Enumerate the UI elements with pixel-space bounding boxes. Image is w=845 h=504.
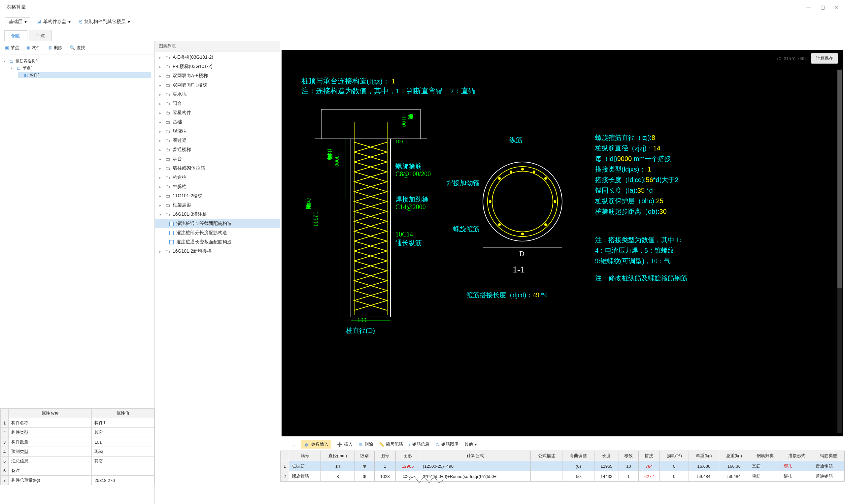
table-row[interactable]: 2螺旋箍筋8Φ1023124503*Pi*(550+d)+Round(sqrt(…: [281, 471, 845, 482]
tab-rebar[interactable]: 钢筋: [4, 30, 28, 41]
save-single-button[interactable]: 🖫 单构件存盘 ▾: [34, 18, 73, 26]
atlas-item[interactable]: ▸🗀11G101-2楼梯: [155, 191, 280, 200]
col-header[interactable]: 搭接: [638, 451, 659, 461]
delete-button[interactable]: 🗑删除: [48, 45, 63, 51]
minimize-icon[interactable]: —: [806, 4, 811, 10]
component-tree[interactable]: ▾🗀钢筋表格构件 ▾🗀节点1 ◧构件1: [0, 54, 155, 408]
atlas-item[interactable]: ▸🗀双网双向A-E楼梯: [155, 71, 280, 80]
collapse-icon[interactable]: ▾: [11, 66, 15, 70]
level-dropdown[interactable]: 基础层 ▾: [5, 17, 30, 26]
atlas-item[interactable]: ▸🗀16G101-2新增楼梯: [155, 247, 280, 256]
expand-icon[interactable]: ▸: [159, 130, 163, 133]
copy-to-other-button[interactable]: ⎘ 复制构件到其它楼层 ▾: [76, 18, 133, 26]
tree-root[interactable]: 钢筋表格构件: [16, 58, 39, 64]
atlas-item-expanded[interactable]: ▾🗀16G101-3灌注桩: [155, 210, 280, 219]
expand-icon[interactable]: ▸: [159, 84, 163, 87]
atlas-tree[interactable]: ▸🗀A-E楼梯(03G101-2)▸🗀F-L楼梯(03G101-2)▸🗀双网双向…: [155, 52, 280, 504]
expand-icon[interactable]: ▸: [159, 102, 163, 106]
expand-icon[interactable]: ▸: [159, 139, 163, 143]
atlas-item[interactable]: ▸🗀F-L楼梯(03G101-2): [155, 62, 280, 71]
canvas-scrollbar[interactable]: [838, 70, 842, 433]
expand-icon[interactable]: ▸: [159, 111, 163, 115]
rebar-table[interactable]: 筋号直径(mm)级别图号图形计算公式公式描述弯曲调整长度根数搭接损耗(%)单重(…: [280, 451, 845, 504]
atlas-item[interactable]: ▸🗀集水坑: [155, 90, 280, 99]
expand-icon[interactable]: ▸: [159, 250, 163, 253]
scale-button[interactable]: 📏缩尺配筋: [379, 441, 403, 447]
atlas-item[interactable]: ▸🗀零星构件: [155, 108, 280, 118]
expand-icon[interactable]: ▸: [159, 194, 163, 198]
other-button[interactable]: 其他 ▾: [464, 441, 477, 447]
expand-icon[interactable]: ▸: [159, 185, 163, 189]
delete-row-button[interactable]: 🗑删除: [358, 441, 373, 447]
col-header[interactable]: 级别: [354, 451, 374, 461]
tree-item[interactable]: 构件1: [30, 72, 40, 78]
atlas-subitem[interactable]: 灌注桩部分长度配筋构造: [155, 228, 280, 237]
col-header[interactable]: 公式描述: [531, 451, 562, 461]
expand-icon[interactable]: ▸: [159, 74, 163, 78]
col-header[interactable]: 根数: [619, 451, 638, 461]
atlas-item[interactable]: ▸🗀现浇柱: [155, 127, 280, 136]
library-button[interactable]: 🗂钢筋图库: [435, 441, 458, 447]
atlas-subitem[interactable]: 灌注桩通长等截面配筋构造: [155, 219, 280, 228]
atlas-item[interactable]: ▸🗀双网双向F-L楼梯: [155, 80, 280, 90]
maximize-icon[interactable]: ▢: [821, 4, 825, 10]
atlas-item[interactable]: ▸🗀牛腿柱: [155, 182, 280, 191]
node-button[interactable]: ▣节点: [5, 45, 19, 51]
atlas-item[interactable]: ▸🗀阳台: [155, 99, 280, 108]
expand-icon[interactable]: ▸: [159, 93, 163, 96]
insert-button[interactable]: ➕插入: [337, 441, 353, 447]
tab-civil[interactable]: 土建: [29, 30, 52, 41]
property-grid[interactable]: 属性名称属性值 1构件名称构件1 2构件类型其它 3构件数量101 4预制类型现…: [0, 408, 155, 504]
left-toolbar: ▣节点 ▣构件 🗑删除 🔍查找: [0, 41, 155, 54]
collapse-icon[interactable]: ▾: [159, 213, 163, 216]
col-header[interactable]: 钢筋归类: [749, 451, 781, 461]
close-icon[interactable]: ✕: [834, 4, 839, 10]
col-header[interactable]: 图号: [374, 451, 395, 461]
col-header[interactable]: 筋号: [289, 451, 321, 461]
col-header[interactable]: 单重(kg): [689, 451, 719, 461]
atlas-item[interactable]: ▸🗀普通楼梯: [155, 145, 280, 155]
folder-icon: 🗀: [165, 120, 170, 125]
col-header[interactable]: 损耗(%): [660, 451, 689, 461]
col-header[interactable]: 总重(kg): [719, 451, 749, 461]
col-header[interactable]: 搭接形式: [781, 451, 813, 461]
folder-icon: 🗀: [165, 83, 170, 88]
atlas-item[interactable]: ▸🗀构造柱: [155, 173, 280, 182]
col-header[interactable]: 直径(mm): [321, 451, 354, 461]
col-header[interactable]: 长度: [594, 451, 619, 461]
param-input-button[interactable]: a|e参数输入: [301, 440, 331, 449]
table-row[interactable]: 1桩纵筋14Φ112965(12500-25)+490(0)1296510784…: [281, 461, 845, 471]
tree-node[interactable]: 节点1: [23, 65, 33, 71]
col-header[interactable]: 弯曲调整: [562, 451, 594, 461]
atlas-item[interactable]: ▸🗀墙柱或砌体拉筋: [155, 164, 280, 173]
expand-icon[interactable]: ▸: [159, 176, 163, 179]
expand-icon[interactable]: ▸: [159, 65, 163, 69]
calc-save-button[interactable]: 计算保存: [811, 53, 838, 64]
atlas-item[interactable]: ▸🗀A-E楼梯(03G101-2): [155, 53, 280, 62]
folder-icon: 🗀: [10, 59, 14, 64]
atlas-item[interactable]: ▸🗀承台: [155, 155, 280, 164]
component-button[interactable]: ▣构件: [27, 45, 40, 51]
col-header[interactable]: 图形: [395, 451, 420, 461]
expand-icon[interactable]: ▸: [159, 157, 163, 161]
arrow-down-button[interactable]: ↓: [293, 442, 295, 447]
arrow-up-button[interactable]: ↑: [285, 442, 287, 447]
atlas-item[interactable]: ▸🗀基础: [155, 118, 280, 127]
atlas-item[interactable]: ▸🗀圈过梁: [155, 136, 280, 145]
arrow-down-icon: ↓: [293, 442, 295, 447]
col-header[interactable]: 钢筋类型: [813, 451, 844, 461]
expand-icon[interactable]: ▸: [159, 166, 163, 170]
atlas-subitem[interactable]: 灌注桩通长变截面配筋构造: [155, 237, 280, 247]
svg-point-19: [533, 170, 535, 173]
svg-point-18: [498, 177, 501, 180]
expand-icon[interactable]: ▸: [159, 120, 163, 124]
info-button[interactable]: ℹ钢筋信息: [409, 441, 429, 447]
expand-icon[interactable]: ▸: [159, 203, 163, 207]
atlas-item[interactable]: ▸🗀框架扁梁: [155, 200, 280, 210]
find-button[interactable]: 🔍查找: [70, 45, 85, 51]
drawing-canvas[interactable]: (X: 315 Y: 736) 计算保存 桩顶与承台连接构造(ljgz)： 1 …: [282, 50, 843, 436]
col-header[interactable]: 计算公式: [420, 451, 531, 461]
collapse-icon[interactable]: ▾: [4, 59, 7, 63]
expand-icon[interactable]: ▸: [159, 148, 163, 152]
expand-icon[interactable]: ▸: [159, 56, 163, 59]
